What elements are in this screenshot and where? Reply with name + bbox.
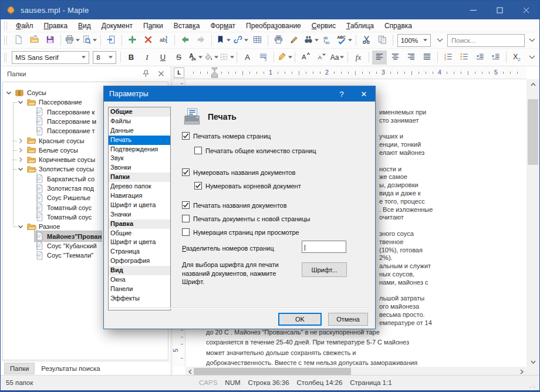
menu-формат[interactable]: Формат — [205, 20, 241, 32]
change-case-button[interactable]: Aa — [330, 50, 345, 65]
options-category-item[interactable]: Эффекты — [109, 294, 170, 303]
replace-button[interactable]: abac — [320, 33, 335, 48]
tab-stop-selector[interactable]: L — [174, 67, 184, 78]
numbered-list-button[interactable]: 123 — [441, 50, 455, 65]
navigate-forward-button[interactable] — [194, 33, 208, 48]
dropdown-arrow-icon[interactable] — [340, 56, 344, 59]
increase-indent-button[interactable] — [488, 50, 503, 65]
cancel-button[interactable]: Отмена — [328, 313, 368, 326]
options-category-item[interactable]: Окна — [109, 275, 170, 285]
separator-input[interactable] — [302, 241, 346, 253]
menu-вставка[interactable]: Вставка — [168, 20, 205, 32]
fill-color-button[interactable] — [203, 50, 218, 65]
checkbox-checked-icon[interactable] — [182, 168, 190, 176]
search-input[interactable] — [447, 34, 525, 47]
panel-tab-folders[interactable]: Папки — [4, 363, 35, 374]
borders-button[interactable] — [219, 50, 234, 65]
checkbox-unchecked-icon[interactable] — [182, 215, 190, 222]
rename-button[interactable]: ab — [157, 33, 171, 48]
save-button[interactable] — [43, 33, 58, 48]
options-category-item[interactable]: Общие — [109, 229, 170, 238]
panel-tab-search-results[interactable]: Результаты поиска — [36, 363, 105, 374]
dropdown-arrow-icon[interactable] — [198, 56, 203, 59]
options-category-header[interactable]: Вид — [109, 266, 170, 275]
checkbox-row[interactable]: Печатать общее количество страниц — [194, 147, 316, 154]
pin-icon[interactable] — [142, 70, 150, 79]
new-document-button[interactable] — [11, 33, 26, 48]
options-category-header[interactable]: Правка — [109, 219, 170, 229]
options-category-item[interactable]: Орфография — [109, 256, 170, 266]
cut-button[interactable] — [359, 33, 374, 48]
shrink-font-button[interactable]: A — [314, 50, 329, 65]
options-category-item[interactable]: Звонки — [109, 163, 170, 173]
copy-button[interactable] — [375, 33, 390, 48]
chevron-expanded-icon[interactable] — [5, 90, 12, 96]
align-left-button[interactable] — [372, 50, 387, 65]
dropdown-arrow-icon[interactable] — [93, 39, 97, 42]
minimize-button[interactable] — [460, 1, 487, 19]
font-button[interactable]: Шрифт... — [302, 262, 347, 277]
justify-button[interactable] — [420, 50, 434, 65]
checkbox-row[interactable]: Печатать документы с новой страницы — [182, 215, 310, 222]
options-category-item[interactable]: Панели — [109, 285, 170, 294]
paragraph-marks-button[interactable]: ¶ — [256, 50, 271, 65]
options-category-item[interactable]: Шрифт и цвета — [109, 238, 170, 247]
panel-close-icon[interactable] — [158, 70, 164, 78]
chevron-collapsed-icon[interactable] — [17, 147, 24, 153]
close-button[interactable] — [513, 1, 539, 19]
options-category-header[interactable]: Папки — [109, 173, 170, 182]
toolbar-overflow-icon[interactable] — [437, 38, 443, 42]
checkbox-checked-icon[interactable] — [194, 182, 202, 190]
font-size-combo[interactable]: 8 — [93, 51, 116, 64]
menu-сервис[interactable]: Сервис — [306, 20, 341, 32]
vertical-scroll-thumb[interactable] — [528, 99, 538, 165]
open-folder-button[interactable] — [27, 33, 42, 48]
options-category-item[interactable]: Шрифт и цвета — [109, 201, 170, 210]
zoom-combo[interactable]: 100% — [397, 34, 431, 47]
strikethrough-button[interactable]: S — [171, 50, 186, 65]
menu-преобразование[interactable]: Преобразование — [241, 20, 306, 32]
menu-файл[interactable]: Файл — [11, 20, 39, 32]
delete-button[interactable] — [141, 33, 156, 48]
grow-font-button[interactable]: A — [298, 50, 313, 65]
underline-button[interactable]: U — [156, 50, 170, 65]
toolbar-overflow-icon[interactable] — [529, 55, 535, 59]
checkbox-row[interactable]: Нумеровать названия документов — [182, 168, 295, 176]
dropdown-arrow-icon[interactable] — [230, 56, 234, 59]
menu-документ[interactable]: Документ — [96, 20, 138, 32]
checkbox-checked-icon[interactable] — [182, 201, 190, 209]
vertical-scrollbar[interactable] — [526, 79, 539, 367]
checkbox-checked-icon[interactable] — [182, 132, 190, 140]
options-category-item[interactable]: Навигация — [109, 191, 170, 201]
chevron-collapsed-icon[interactable] — [17, 138, 24, 144]
dialog-close-button[interactable]: ✕ — [353, 86, 375, 102]
ok-button[interactable]: OK — [278, 313, 322, 326]
options-category-item[interactable]: Значки — [109, 210, 170, 219]
menu-папки[interactable]: Папки — [138, 20, 168, 32]
options-category-item[interactable]: Печать — [109, 136, 170, 145]
menu-правка[interactable]: Правка — [39, 20, 73, 32]
align-right-button[interactable] — [404, 50, 419, 65]
options-category-item[interactable]: Звук — [109, 154, 170, 163]
export-document-button[interactable] — [104, 33, 119, 48]
checkbox-row[interactable]: Печатать номера страниц — [182, 132, 271, 140]
print-button[interactable] — [64, 33, 80, 48]
checkbox-row[interactable]: Нумеровать корневой документ — [194, 182, 301, 190]
menu-таблица[interactable]: Таблица — [341, 20, 379, 32]
font-combo[interactable]: MS Sans Serif — [12, 51, 89, 64]
print-preview-button[interactable] — [82, 33, 98, 48]
subscript-button[interactable]: X2 — [509, 50, 524, 65]
checkbox-row[interactable]: Нумерация страниц при просмотре — [182, 228, 299, 236]
dropdown-arrow-icon[interactable] — [315, 39, 319, 42]
menu-вид[interactable]: Вид — [73, 20, 96, 32]
dropdown-arrow-icon[interactable] — [244, 39, 248, 42]
character-button[interactable]: A — [240, 50, 255, 65]
resize-grip[interactable]: ⢀⢄ — [528, 382, 536, 388]
chevron-collapsed-icon[interactable] — [17, 157, 24, 163]
dropdown-arrow-icon[interactable] — [214, 56, 218, 59]
dropdown-arrow-icon[interactable] — [79, 56, 89, 59]
insert-table-button[interactable] — [250, 33, 265, 48]
options-category-header[interactable]: Общие — [109, 107, 170, 117]
font-color-button[interactable]: A — [187, 50, 202, 65]
pen-button[interactable] — [287, 33, 302, 48]
